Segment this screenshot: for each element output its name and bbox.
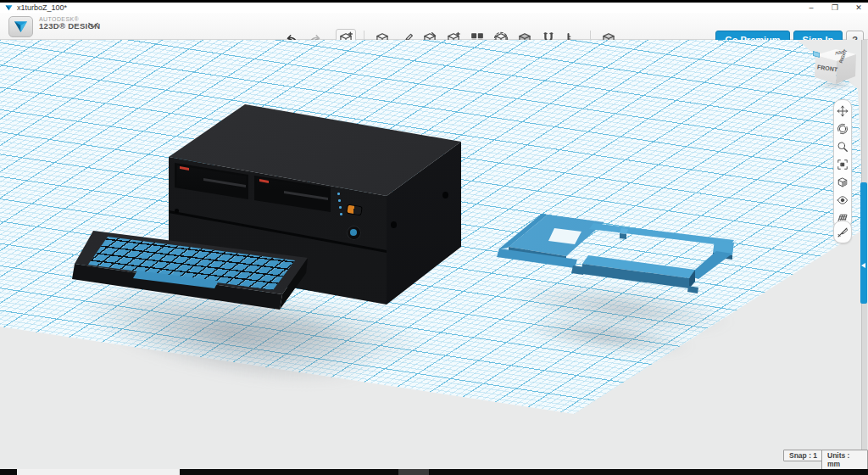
reset-button [350, 229, 357, 236]
case-led-4 [340, 213, 342, 215]
autodesk-123d-logo[interactable] [8, 16, 33, 37]
os-taskbar[interactable] [0, 469, 868, 475]
taskbar-app-segment[interactable] [17, 469, 180, 475]
pan-icon [837, 105, 849, 117]
restore-button[interactable]: ❐ [829, 3, 841, 13]
view-tools-panel [833, 99, 852, 229]
fit-view-button[interactable] [836, 157, 850, 171]
pan-view-button[interactable] [836, 103, 850, 118]
case-led-1 [337, 193, 340, 195]
case-side-hole-1 [442, 192, 448, 198]
sketch-visibility-view-button[interactable] [836, 225, 850, 239]
panel-collapse-arrow-icon[interactable] [861, 263, 865, 268]
chevron-down-icon[interactable] [88, 22, 98, 29]
orbit-icon [837, 123, 849, 135]
window-title-bar: x1turboZ_100* –❐✕ [0, 3, 868, 13]
view-cube-corner-highlight[interactable] [813, 51, 820, 58]
zoom-view-button[interactable] [836, 139, 850, 154]
shade-view-button[interactable] [836, 175, 850, 189]
snap-setting[interactable]: Snap : 1 [783, 450, 823, 461]
case-front-hole [175, 209, 179, 213]
document-title: x1turboZ_100* [17, 3, 67, 13]
orbit-view-button[interactable] [836, 121, 850, 136]
zoom-icon [837, 141, 849, 153]
sketch-visibility-icon [837, 226, 849, 238]
shade-icon [837, 176, 849, 188]
visibility-view-button[interactable] [836, 193, 850, 207]
case-led-2 [338, 199, 341, 202]
window-controls: –❐✕ [805, 3, 865, 13]
app-icon [5, 4, 13, 12]
case-led-3 [339, 206, 342, 209]
close-button[interactable]: ✕ [853, 3, 865, 13]
taskbar-button-segment[interactable] [398, 469, 429, 475]
units-setting[interactable]: Units : mm [821, 450, 868, 469]
minimize-button[interactable]: – [805, 3, 817, 13]
view-tools-panel-2 [833, 221, 852, 243]
main-toolbar: AUTODESK® 123D® DESIGN Go Premium Sign I… [0, 13, 868, 40]
case-side-hole-2 [391, 221, 397, 228]
fit-icon [837, 159, 849, 170]
view-cube[interactable]: TOP FRONT RIGHT [810, 47, 861, 96]
visibility-icon [837, 194, 849, 206]
right-scrollbar-thumb[interactable] [860, 182, 867, 304]
3d-viewport[interactable]: TOP FRONT RIGHT Snap : 1 Units : mm [0, 40, 868, 469]
